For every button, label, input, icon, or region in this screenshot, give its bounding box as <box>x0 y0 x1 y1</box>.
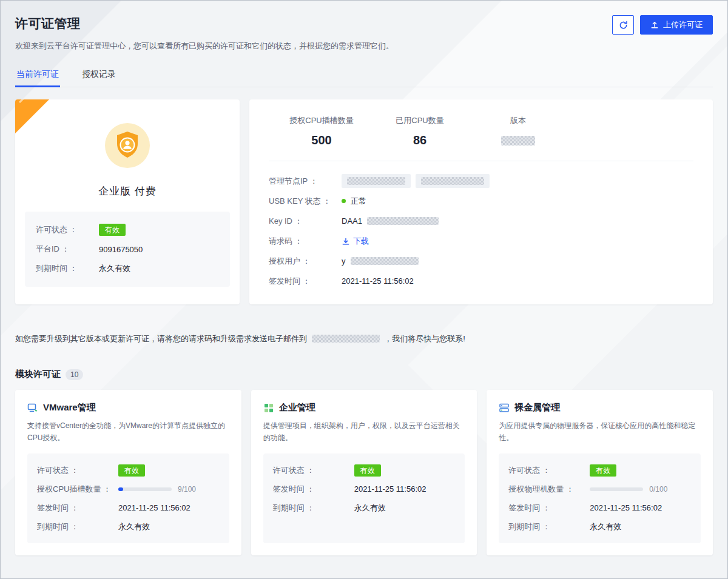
upgrade-note: 如您需要升级到其它版本或更新许可证，请将您的请求码和升级需求发送电子邮件到 ，我… <box>15 333 713 344</box>
key-id-label: Key ID ： <box>269 216 342 227</box>
module-expire-value: 永久有效 <box>354 503 386 514</box>
main-license-card: 企业版 付费 许可状态 ： 有效 平台ID ： 9091675050 到期时间 … <box>15 99 240 304</box>
license-status-row: 许可状态 ： 有效 <box>36 220 219 239</box>
license-overview-row: 企业版 付费 许可状态 ： 有效 平台ID ： 9091675050 到期时间 … <box>15 99 713 304</box>
page-header: 许可证管理 欢迎来到云平台许可证管理中心，您可以查看所有已购买的许可证和它们的状… <box>1 1 727 52</box>
refresh-icon <box>619 21 628 30</box>
module-info-box: 许可状态 ： 有效 授权CPU插槽数量 ： 9/100 签发时间 ： 2021-… <box>27 453 229 543</box>
key-id-row: Key ID ： DAA1 <box>269 211 693 231</box>
upgrade-note-before: 如您需要升级到其它版本或更新许可证，请将您的请求码和升级需求发送电子邮件到 <box>15 334 307 343</box>
upload-license-button[interactable]: 上传许可证 <box>640 15 713 35</box>
tab-current-license[interactable]: 当前许可证 <box>15 64 60 87</box>
module-expire-value: 永久有效 <box>118 521 150 532</box>
quota-text: 0/100 <box>649 485 667 494</box>
stat-cpu-slots-value: 500 <box>274 133 369 147</box>
node-ip-value <box>342 174 490 188</box>
header-text: 许可证管理 欢迎来到云平台许可证管理中心，您可以查看所有已购买的许可证和它们的状… <box>15 15 394 52</box>
version-redacted <box>501 136 535 146</box>
authorized-user-value: y <box>342 256 419 266</box>
page-subtitle: 欢迎来到云平台许可证管理中心，您可以查看所有已购买的许可证和它们的状态，并根据您… <box>15 41 394 52</box>
expire-time-row: 到期时间 ： 永久有效 <box>36 259 219 278</box>
vmware-icon <box>27 403 38 413</box>
expire-time-value: 永久有效 <box>99 263 130 274</box>
module-issue-row: 签发时间 ： 2021-11-25 11:56:02 <box>273 480 456 498</box>
license-status-badge: 有效 <box>99 224 126 236</box>
module-description: 支持接管vCenter的全功能，为VMware的计算节点提供独立的CPU授权。 <box>27 420 229 446</box>
authorized-user-row: 授权用户 ： y <box>269 251 693 271</box>
upload-button-label: 上传许可证 <box>663 19 703 30</box>
authorized-user-redacted <box>351 257 419 265</box>
license-status-label: 许可状态 ： <box>36 224 99 235</box>
download-request-code-link[interactable]: 下载 <box>342 236 369 247</box>
key-id-value: DAA1 <box>342 216 439 226</box>
tab-bar: 当前许可证 授权记录 <box>15 64 713 87</box>
module-title: 裸金属管理 <box>514 402 560 413</box>
module-expire-row: 到期时间 ： 永久有效 <box>508 517 691 536</box>
quota-progress-fill <box>118 487 123 491</box>
module-issue-row: 签发时间 ： 2021-11-25 11:56:02 <box>37 498 220 517</box>
module-expire-row: 到期时间 ： 永久有效 <box>37 517 220 536</box>
download-icon <box>342 237 350 246</box>
expire-time-label: 到期时间 ： <box>36 263 99 274</box>
module-expire-value: 永久有效 <box>590 521 621 532</box>
module-status-label: 许可状态 ： <box>37 465 118 476</box>
module-title: 企业管理 <box>279 402 315 413</box>
usb-key-status-value: 正常 <box>342 196 366 207</box>
usb-key-status-label: USB KEY 状态 ： <box>269 196 342 207</box>
module-status-label: 许可状态 ： <box>508 465 590 476</box>
authorized-user-label: 授权用户 ： <box>269 256 342 267</box>
module-status-label: 许可状态 ： <box>273 465 354 476</box>
status-ok-dot <box>342 199 346 203</box>
module-description: 提供管理项目，组织架构，用户，权限，以及云平台运营相关的功能。 <box>263 420 465 446</box>
module-quota-row: 授权物理机数量 ： 0/100 <box>508 480 691 498</box>
module-status-badge: 有效 <box>118 464 145 477</box>
stat-cpu-slots: 授权CPU插槽数量 500 <box>274 115 369 147</box>
module-card-baremetal: 裸金属管理 为应用提供专属的物理服务器，保证核心应用的高性能和稳定性。 许可状态… <box>487 390 713 555</box>
download-link-label: 下载 <box>353 236 369 247</box>
usb-key-status-row: USB KEY 状态 ： 正常 <box>269 191 693 211</box>
module-expire-row: 到期时间 ： 永久有效 <box>273 498 456 517</box>
module-quota-label: 授权CPU插槽数量 ： <box>37 484 118 495</box>
authorized-user-prefix: y <box>342 256 346 266</box>
header-actions: 上传许可证 <box>612 15 713 35</box>
usb-key-status-text: 正常 <box>351 196 366 207</box>
tab-auth-records[interactable]: 授权记录 <box>81 64 117 87</box>
module-status-row: 许可状态 ： 有效 <box>273 461 456 480</box>
stat-version-value <box>470 133 566 147</box>
quota-progress-track <box>590 487 643 491</box>
module-status-row: 许可状态 ： 有效 <box>37 461 220 480</box>
module-quota-label: 授权物理机数量 ： <box>508 484 590 495</box>
module-issue-value: 2021-11-25 11:56:02 <box>118 503 190 512</box>
platform-id-label: 平台ID ： <box>36 244 99 255</box>
module-issue-value: 2021-11-25 11:56:02 <box>590 503 662 512</box>
node-ip-row: 管理节点IP ： <box>269 171 693 191</box>
license-edition: 企业版 付费 <box>15 184 240 198</box>
key-id-redacted <box>367 217 439 225</box>
module-status-badge: 有效 <box>590 464 616 477</box>
module-expire-label: 到期时间 ： <box>508 521 590 532</box>
module-info-box: 许可状态 ： 有效 授权物理机数量 ： 0/100 签发时间 ： 2021-11… <box>499 453 701 543</box>
platform-id-value: 9091675050 <box>99 245 143 254</box>
module-description: 为应用提供专属的物理服务器，保证核心应用的高性能和稳定性。 <box>499 420 701 446</box>
module-expire-label: 到期时间 ： <box>273 503 354 514</box>
module-issue-label: 签发时间 ： <box>273 484 354 495</box>
page-title: 许可证管理 <box>15 15 394 32</box>
module-status-badge: 有效 <box>354 464 381 477</box>
module-issue-row: 签发时间 ： 2021-11-25 11:56:02 <box>508 498 691 517</box>
stat-used-cpu-label: 已用CPU数量 <box>372 115 468 126</box>
corner-ribbon <box>15 99 49 133</box>
module-status-row: 许可状态 ： 有效 <box>508 461 691 480</box>
enterprise-icon <box>263 403 274 413</box>
module-issue-label: 签发时间 ： <box>508 503 590 514</box>
license-management-page: 许可证管理 欢迎来到云平台许可证管理中心，您可以查看所有已购买的许可证和它们的状… <box>0 0 728 579</box>
module-info-box: 许可状态 ： 有效 签发时间 ： 2021-11-25 11:56:02 到期时… <box>263 453 465 543</box>
node-ip-chip-2 <box>416 174 490 188</box>
module-issue-label: 签发时间 ： <box>37 503 118 514</box>
upgrade-note-after: ，我们将尽快与您联系! <box>384 334 465 343</box>
license-summary-box: 许可状态 ： 有效 平台ID ： 9091675050 到期时间 ： 永久有效 <box>25 212 230 287</box>
refresh-button[interactable] <box>612 15 634 35</box>
quota-progress-track <box>118 487 172 491</box>
module-licenses-title: 模块许可证 <box>15 369 61 380</box>
platform-id-row: 平台ID ： 9091675050 <box>36 239 219 259</box>
detail-divider <box>269 161 693 161</box>
